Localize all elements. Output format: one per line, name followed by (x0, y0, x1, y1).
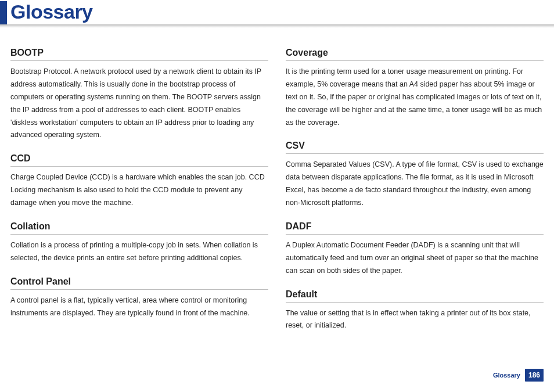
glossary-entry: CCD Charge Coupled Device (CCD) is a har… (10, 153, 268, 210)
term-definition: The value or setting that is in effect w… (286, 307, 544, 333)
content-area: BOOTP Bootstrap Protocol. A network prot… (0, 28, 554, 344)
title-underline (0, 24, 554, 28)
right-column: Coverage It is the printing term used fo… (286, 48, 544, 344)
term-definition: Bootstrap Protocol. A network protocol u… (10, 66, 268, 142)
glossary-entry: Control Panel A control panel is a flat,… (10, 276, 268, 320)
term-heading: CSV (286, 141, 544, 154)
term-heading: DADF (286, 221, 544, 235)
term-definition: Charge Coupled Device (CCD) is a hardwar… (10, 171, 268, 210)
glossary-entry: Collation Collation is a process of prin… (10, 221, 268, 265)
glossary-entry: Coverage It is the printing term used fo… (286, 48, 544, 129)
term-definition: It is the printing term used for a toner… (286, 66, 544, 129)
glossary-entry: BOOTP Bootstrap Protocol. A network prot… (10, 48, 268, 142)
glossary-entry: CSV Comma Separated Values (CSV). A type… (286, 141, 544, 210)
title-accent (0, 1, 7, 24)
term-heading: Coverage (286, 48, 544, 61)
left-column: BOOTP Bootstrap Protocol. A network prot… (10, 48, 268, 344)
term-heading: Control Panel (10, 276, 268, 290)
term-heading: BOOTP (10, 48, 268, 61)
term-definition: A control panel is a flat, typically ver… (10, 294, 268, 320)
page-title: Glossary (10, 0, 93, 23)
footer-label: Glossary (493, 372, 520, 379)
term-heading: CCD (10, 153, 268, 167)
term-definition: A Duplex Automatic Document Feeder (DADF… (286, 239, 544, 278)
term-heading: Collation (10, 221, 268, 235)
page-number: 186 (525, 369, 544, 382)
term-definition: Collation is a process of printing a mul… (10, 239, 268, 265)
glossary-entry: Default The value or setting that is in … (286, 289, 544, 333)
term-heading: Default (286, 289, 544, 303)
glossary-entry: DADF A Duplex Automatic Document Feeder … (286, 221, 544, 278)
title-bar: Glossary (0, 0, 554, 28)
term-definition: Comma Separated Values (CSV). A type of … (286, 159, 544, 210)
footer: Glossary 186 (493, 369, 544, 382)
